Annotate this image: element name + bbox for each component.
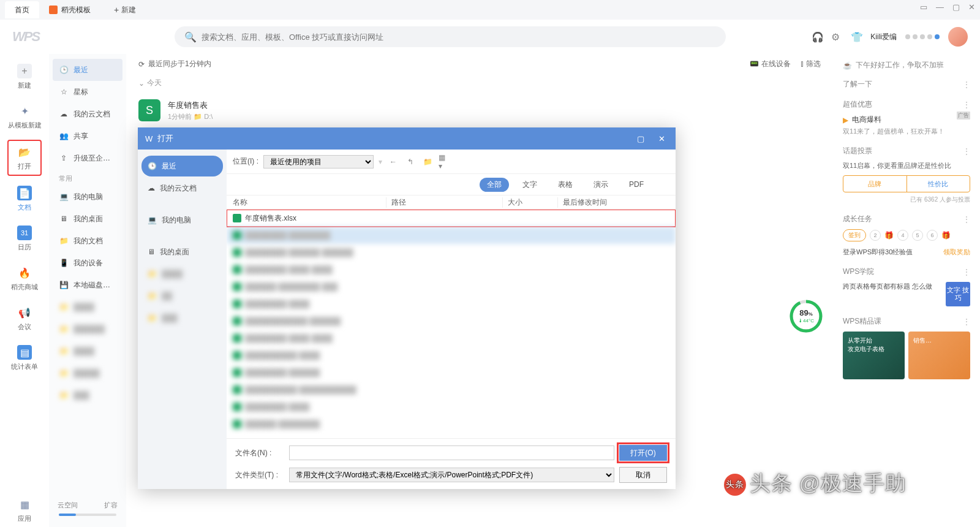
more-icon[interactable]: ⋮ <box>963 215 970 224</box>
sidebar-docs[interactable]: 📄文档 <box>7 182 42 216</box>
refresh-icon[interactable]: ⟳ <box>138 60 145 69</box>
col-name[interactable]: 名称 <box>227 197 386 208</box>
file-row[interactable]: ████████████ ██████ <box>227 313 676 330</box>
dlg-side-cloud[interactable]: ☁我的云文档 <box>141 178 223 199</box>
claim-link[interactable]: 领取奖励 <box>943 248 970 257</box>
filter-all[interactable]: 全部 <box>480 178 509 192</box>
search-input[interactable] <box>202 32 716 42</box>
sidebar-meeting[interactable]: 📢会议 <box>7 301 42 335</box>
close-icon[interactable]: ✕ <box>968 2 975 12</box>
nav-my-computer[interactable]: 💻我的电脑 <box>53 186 123 208</box>
tab-new[interactable]: +新建 <box>107 5 143 15</box>
file-row[interactable]: ██████ ████████ <box>227 415 676 433</box>
nav-upgrade[interactable]: ⇪升级至企… <box>53 147 123 169</box>
file-row[interactable]: ████████ ██████ <box>227 364 676 381</box>
more-icon[interactable]: ⋮ <box>963 268 970 276</box>
nav-share[interactable]: 👥共享 <box>53 125 123 147</box>
course-thumb-2[interactable]: 销售… <box>908 332 970 379</box>
signin-chip[interactable]: 签到 <box>843 229 866 241</box>
online-devices[interactable]: 📟 在线设备 <box>750 59 790 69</box>
nav-local-disk[interactable]: 💾本地磁盘… <box>53 274 123 296</box>
nav-recent[interactable]: 🕒最近 <box>53 59 123 81</box>
file-row[interactable]: ████████ ████ ████ <box>227 261 676 278</box>
headset-icon[interactable]: 🎧 <box>812 31 823 42</box>
skin-icon[interactable]: 👕 <box>851 31 862 42</box>
notification-icon[interactable]: ⚙ <box>831 31 842 42</box>
sidebar-calendar[interactable]: 31日历 <box>7 222 42 256</box>
nav-my-devices[interactable]: 📱我的设备 <box>53 252 123 274</box>
nav-my-desktop[interactable]: 🖥我的桌面 <box>53 208 123 230</box>
sidebar-store[interactable]: 🔥稻壳商城 <box>7 262 42 295</box>
sync-label: 最近同步于1分钟内 <box>148 59 211 69</box>
cancel-button[interactable]: 取消 <box>619 467 667 483</box>
nav-my-docs[interactable]: 📁我的文档 <box>53 230 123 252</box>
academy-tip[interactable]: 跨页表格每页都有标题 怎么做 文字 技巧 <box>843 282 970 306</box>
file-row-selected[interactable]: ████████ ████████ <box>227 227 676 244</box>
filter-slide[interactable]: 演示 <box>586 178 616 192</box>
dlg-side-desktop[interactable]: 🖥我的桌面 <box>141 241 223 262</box>
open-button[interactable]: 打开(O) <box>619 445 667 461</box>
chevron-down-icon[interactable]: ⌄ <box>138 79 145 88</box>
vote-right[interactable]: 性价比 <box>907 176 970 192</box>
file-row[interactable]: ████████ ████ <box>227 295 676 313</box>
dlg-side-blur-2[interactable]: 📁██ <box>141 286 223 306</box>
window-menu-icon[interactable]: ▭ <box>920 2 927 12</box>
sidebar-from-template[interactable]: ✦从模板新建 <box>7 100 42 134</box>
file-row[interactable]: ████████ ████ ████ <box>227 330 676 347</box>
search-box[interactable]: 🔍 <box>175 26 726 47</box>
filter-sheet[interactable]: 表格 <box>551 178 580 192</box>
recent-file-row[interactable]: S 年度销售表 1分钟前 📁 D:\ <box>138 93 821 127</box>
more-icon[interactable]: ⋮ <box>963 317 970 326</box>
file-row[interactable]: ██████████ ███████████ <box>227 381 676 398</box>
dialog-maximize-icon[interactable]: ▢ <box>634 132 647 145</box>
nav-blur-4[interactable]: 📁█████ <box>53 362 123 384</box>
dlg-side-recent[interactable]: 🕒最近 <box>141 156 223 176</box>
file-row[interactable]: ████████ ██████ ██████ <box>227 244 676 261</box>
tab-home[interactable]: 首页 <box>5 1 39 18</box>
col-path[interactable]: 路径 <box>386 197 502 208</box>
nav-expand-link[interactable]: 扩容 <box>104 501 118 510</box>
tab-template[interactable]: 稻壳模板 <box>39 1 100 18</box>
vote-left[interactable]: 品牌 <box>843 176 907 192</box>
more-icon[interactable]: ⋮ <box>963 80 970 89</box>
course-thumb-1[interactable]: 从零开始 攻克电子表格 <box>843 332 905 379</box>
performance-ring[interactable]: 89% 🌡44°C <box>789 299 823 333</box>
view-icon[interactable]: ▦ ▾ <box>439 156 451 168</box>
more-icon[interactable]: ⋮ <box>963 100 970 109</box>
file-row[interactable]: ████████ ████ <box>227 398 676 415</box>
avatar[interactable] <box>948 27 968 47</box>
dialog-file-list[interactable]: 年度销售表.xlsx ████████ ████████ ████████ ██… <box>227 210 676 438</box>
sidebar-apps[interactable]: ▦应用 <box>7 493 42 527</box>
sidebar-new[interactable]: +新建 <box>7 60 42 94</box>
nav-blur-5[interactable]: 📁███ <box>53 384 123 406</box>
col-size[interactable]: 大小 <box>502 197 557 208</box>
file-row[interactable]: ██████████ ████ <box>227 347 676 364</box>
file-row[interactable]: ██████ ████████ ███ <box>227 278 676 295</box>
filter-button[interactable]: ⫿ 筛选 <box>801 59 821 69</box>
location-select[interactable]: 最近使用的项目 <box>263 155 374 169</box>
dialog-close-icon[interactable]: ✕ <box>655 132 668 145</box>
maximize-icon[interactable]: ▢ <box>952 2 960 12</box>
nav-blur-3[interactable]: 📁████ <box>53 340 123 362</box>
sidebar-stats[interactable]: ▤统计表单 <box>7 341 42 375</box>
file-row-highlighted[interactable]: 年度销售表.xlsx <box>227 210 676 227</box>
promo-item[interactable]: ▶电商爆料 <box>843 115 970 125</box>
filter-text[interactable]: 文字 <box>515 178 545 192</box>
nav-blur-2[interactable]: 📁██████ <box>53 318 123 340</box>
more-icon[interactable]: ⋮ <box>963 147 970 156</box>
col-date[interactable]: 最后修改时间 <box>557 197 676 208</box>
minimize-icon[interactable]: — <box>936 2 944 12</box>
up-icon[interactable]: ↰ <box>404 156 417 168</box>
back-icon[interactable]: ← <box>387 156 399 168</box>
dlg-side-blur-3[interactable]: 📁███ <box>141 308 223 328</box>
dlg-side-computer[interactable]: 💻我的电脑 <box>141 210 223 230</box>
filename-input[interactable] <box>289 445 614 460</box>
new-folder-icon[interactable]: 📁 <box>421 156 434 168</box>
nav-blur-1[interactable]: 📁████ <box>53 296 123 318</box>
dlg-side-blur-1[interactable]: 📁████ <box>141 264 223 284</box>
filetype-select[interactable]: 常用文件(文字/Word格式;表格/Excel格式;演示/PowerPoint格… <box>289 468 614 482</box>
nav-star[interactable]: ☆星标 <box>53 81 123 103</box>
filter-pdf[interactable]: PDF <box>622 178 651 191</box>
nav-cloud-docs[interactable]: ☁我的云文档 <box>53 103 123 125</box>
sidebar-open[interactable]: 📂打开 <box>7 140 42 176</box>
